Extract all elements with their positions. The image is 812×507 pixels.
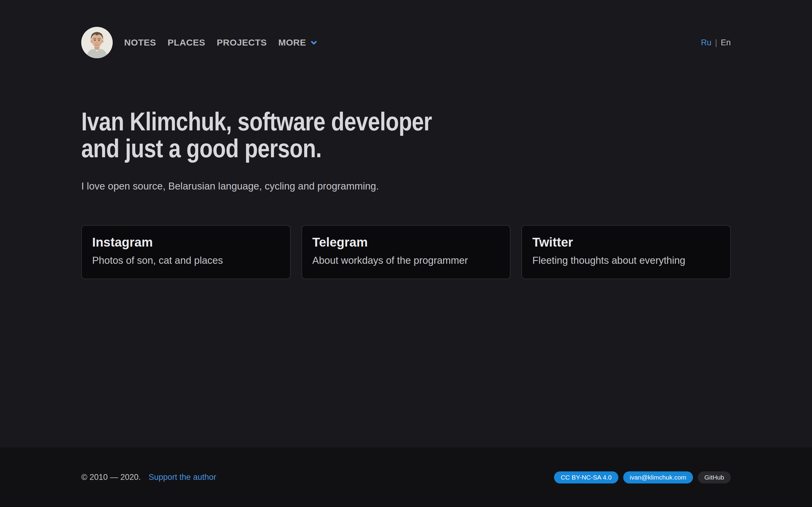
card-instagram[interactable]: Instagram Photos of son, cat and places (81, 225, 291, 279)
card-telegram-description: About workdays of the programmer (312, 255, 500, 266)
avatar[interactable] (81, 27, 113, 58)
chevron-down-icon (310, 38, 318, 47)
nav-item-more-label: MORE (278, 38, 306, 48)
language-current-en: En (721, 38, 731, 47)
card-twitter[interactable]: Twitter Fleeting thoughts about everythi… (521, 225, 731, 279)
hero-subtitle: I love open source, Belarusian language,… (81, 180, 731, 192)
hero-section: Ivan Klimchuk, software developer and ju… (81, 108, 731, 192)
language-link-ru[interactable]: Ru (701, 38, 711, 47)
card-telegram[interactable]: Telegram About workdays of the programme… (301, 225, 511, 279)
page-title-line1: Ivan Klimchuk, software developer (81, 108, 432, 135)
page-title-line2: and just a good person. (81, 135, 321, 162)
copyright-text: © 2010 — 2020. (81, 472, 141, 482)
main-nav: NOTES PLACES PROJECTS MORE (124, 38, 318, 48)
nav-item-places-label: PLACES (168, 38, 205, 48)
card-twitter-title: Twitter (532, 235, 720, 249)
github-badge[interactable]: GitHub (698, 471, 731, 484)
language-switcher: Ru | En (701, 38, 731, 47)
card-instagram-title: Instagram (92, 235, 280, 249)
support-author-link[interactable]: Support the author (149, 472, 216, 482)
license-badge[interactable]: CC BY-NC-SA 4.0 (554, 471, 618, 484)
footer: © 2010 — 2020. Support the author CC BY-… (0, 448, 812, 507)
card-twitter-description: Fleeting thoughts about everything (532, 255, 720, 266)
footer-badges: CC BY-NC-SA 4.0 ivan@klimchuk.com GitHub (554, 471, 731, 484)
nav-item-places[interactable]: PLACES (168, 38, 205, 48)
card-instagram-description: Photos of son, cat and places (92, 255, 280, 266)
nav-item-projects-label: PROJECTS (217, 38, 267, 48)
nav-item-projects[interactable]: PROJECTS (217, 38, 267, 48)
social-cards: Instagram Photos of son, cat and places … (81, 225, 731, 279)
page-title: Ivan Klimchuk, software developer and ju… (81, 108, 731, 162)
footer-left: © 2010 — 2020. Support the author (81, 472, 216, 482)
nav-item-notes-label: NOTES (124, 38, 156, 48)
nav-item-more[interactable]: MORE (278, 38, 318, 48)
language-separator: | (715, 38, 717, 47)
header: NOTES PLACES PROJECTS MORE Ru | En (81, 0, 731, 58)
avatar-portrait-image (81, 27, 113, 58)
email-badge[interactable]: ivan@klimchuk.com (623, 471, 693, 484)
card-telegram-title: Telegram (312, 235, 500, 249)
nav-item-notes[interactable]: NOTES (124, 38, 156, 48)
